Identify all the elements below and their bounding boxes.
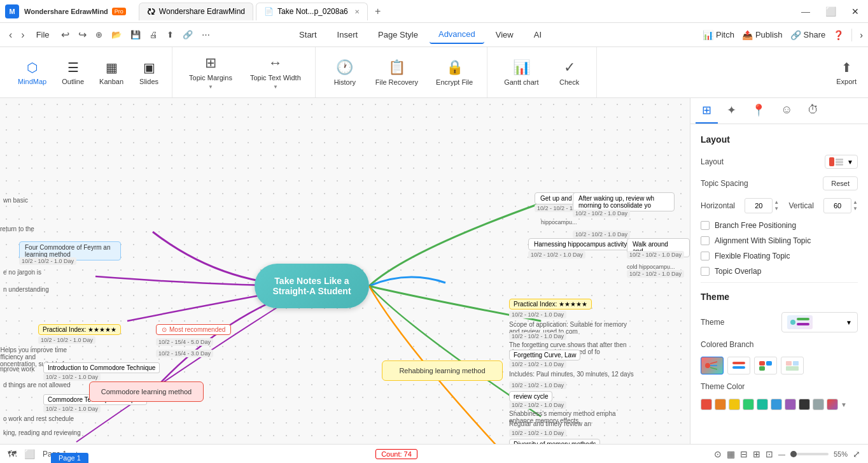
color-swatch-yellow[interactable]	[729, 399, 740, 410]
back-button[interactable]: ‹	[5, 27, 16, 43]
export-button[interactable]: ⬆ Export	[830, 47, 863, 97]
menu-tab-advanced[interactable]: Advanced	[430, 25, 484, 44]
color-more-button[interactable]: ▼	[841, 399, 847, 410]
panel-tab-pin[interactable]: 📍	[745, 98, 772, 124]
mind-map-canvas[interactable]: wn basic return to the Four Commodore of…	[0, 98, 690, 444]
kanban-tool[interactable]: ▦ Kanban	[94, 57, 129, 88]
slides-tool[interactable]: ▣ Slides	[134, 57, 164, 88]
outline-tool[interactable]: ☰ Outline	[57, 57, 89, 88]
topic-margins-tool[interactable]: ⊞ Topic Margins ▼	[183, 51, 239, 94]
branch-free-checkbox[interactable]	[701, 221, 710, 230]
topic-overlap-checkbox[interactable]	[701, 267, 710, 276]
zoom-slider[interactable]	[790, 453, 829, 455]
theme-selector[interactable]: ▼	[781, 312, 858, 332]
horizontal-down-arrow[interactable]: ▼	[774, 206, 779, 212]
color-swatch-dropdown[interactable]	[827, 399, 838, 410]
open-folder-button[interactable]: 📂	[108, 27, 125, 42]
count-badge[interactable]: Count: 74	[375, 449, 417, 459]
new-button[interactable]: ⊕	[92, 27, 106, 42]
window-maximize-icon[interactable]: ⬜	[822, 6, 840, 17]
horizontal-value-field[interactable]	[745, 198, 773, 213]
panel-tab-style[interactable]: ✦	[720, 98, 743, 124]
forward-button[interactable]: ›	[17, 27, 28, 43]
branch-opt-2[interactable]	[727, 357, 750, 374]
color-swatch-gray[interactable]	[813, 399, 824, 410]
export-action-button[interactable]: ⬆	[163, 27, 178, 42]
collapse-panel-button[interactable]: ›	[860, 30, 863, 40]
node-hippocampu: hippocampu...	[541, 219, 577, 225]
vertical-value-field[interactable]	[823, 198, 851, 213]
grid-view-icon[interactable]: ▦	[727, 449, 735, 459]
flexible-floating-checkbox[interactable]	[701, 252, 710, 260]
branch-opt-3[interactable]	[754, 357, 777, 374]
panel-tab-layout[interactable]: ⊞	[696, 98, 718, 124]
redo-button[interactable]: ↪	[74, 26, 90, 43]
menu-tab-start[interactable]: Start	[290, 26, 325, 43]
window-close-icon[interactable]: ✕	[848, 6, 863, 17]
gantt-chart-tool[interactable]: 📊 Gantt chart	[498, 55, 545, 90]
color-swatch-purple[interactable]	[785, 399, 796, 410]
node-practical-index-right[interactable]: Practical Index: ★★★★★	[509, 299, 592, 310]
mindmap-tool[interactable]: ⬡ MindMap	[13, 57, 52, 88]
menu-tab-insert[interactable]: Insert	[328, 26, 367, 43]
fullscreen-toggle-icon[interactable]: ⤢	[853, 449, 860, 459]
file-recovery-tool[interactable]: 📋 File Recovery	[369, 55, 424, 90]
pitch-button[interactable]: 📊 Pitch	[703, 30, 734, 40]
horizontal-up-arrow[interactable]: ▲	[774, 199, 779, 206]
node-forgetting-law[interactable]: Forgetting Curve, Law	[509, 350, 580, 360]
reset-button[interactable]: Reset	[823, 176, 858, 190]
check-tool[interactable]: ✓ Check	[550, 55, 589, 90]
tab-doc[interactable]: 📄 Take Not...p_0208a6 ✕	[256, 3, 368, 20]
central-node[interactable]: Take Notes Like aStraight-A Student	[255, 264, 369, 308]
node-harnessing[interactable]: Harnessing hippocampus activity	[528, 238, 633, 250]
fullscreen-icon[interactable]: ⬜	[24, 449, 35, 459]
zoom-fit-icon[interactable]: ⊙	[714, 449, 722, 459]
branch-opt-1[interactable]	[701, 357, 724, 374]
color-swatch-blue[interactable]	[771, 399, 782, 410]
vertical-up-arrow[interactable]: ▲	[853, 199, 858, 206]
color-swatch-red[interactable]	[701, 399, 712, 410]
more-action-button[interactable]: ⋯	[198, 27, 214, 42]
node-morning-consolidate[interactable]: After waking up, review wh morning to co…	[573, 192, 675, 211]
topic-text-width-tool[interactable]: ↔ Topic Text Width ▼	[244, 51, 307, 94]
panel-tab-face[interactable]: ☺	[774, 98, 799, 124]
panel-tab-clock[interactable]: ⏱	[801, 98, 825, 124]
node-diversity-memory[interactable]: Diversity of memory methods	[509, 439, 600, 444]
node-intro-commodore[interactable]: Introduction to Commodore Technique	[43, 362, 160, 373]
help-button[interactable]: ❓	[833, 30, 844, 40]
node-review-cycle[interactable]: review cycle	[509, 391, 552, 402]
publish-button[interactable]: 📤 Publish	[742, 30, 783, 40]
share-button[interactable]: 🔗 Share	[790, 30, 826, 40]
color-swatch-teal[interactable]	[757, 399, 768, 410]
fit-page-icon[interactable]: ⊡	[766, 449, 773, 459]
split-view-icon[interactable]: ⊟	[740, 449, 748, 459]
node-rehabbing[interactable]: Rehabbing learning method	[382, 360, 503, 381]
node-commodore-main[interactable]: Commodore learning method	[89, 381, 204, 402]
save-button[interactable]: 💾	[127, 27, 144, 42]
map-icon[interactable]: 🗺	[8, 449, 17, 459]
tab-close-icon[interactable]: ✕	[354, 8, 360, 15]
layout-selector[interactable]: ▼	[825, 155, 858, 169]
color-swatch-orange[interactable]	[715, 399, 726, 410]
vertical-down-arrow[interactable]: ▼	[853, 206, 858, 212]
share-action-button[interactable]: 🔗	[179, 27, 197, 42]
alignment-sibling-checkbox[interactable]	[701, 236, 710, 245]
history-tool[interactable]: 🕐 History	[326, 55, 364, 90]
undo-button[interactable]: ↩	[57, 26, 73, 43]
zoom-out-button[interactable]: —	[778, 450, 785, 458]
tab-add-button[interactable]: +	[370, 4, 386, 19]
window-minimize-icon[interactable]: —	[797, 6, 814, 17]
print-button[interactable]: 🖨	[146, 27, 162, 42]
menu-tab-view[interactable]: View	[487, 26, 522, 43]
branch-opt-4[interactable]	[781, 357, 804, 374]
node-practical-index-left[interactable]: Practical Index: ★★★★★	[38, 324, 121, 335]
tab-home[interactable]: 🗘 Wondershare EdrawMind	[139, 3, 253, 20]
menu-tab-ai[interactable]: AI	[525, 26, 550, 43]
color-swatch-green[interactable]	[743, 399, 754, 410]
active-page-tab[interactable]: Page 1	[51, 453, 88, 463]
focus-view-icon[interactable]: ⊞	[753, 449, 760, 459]
file-menu[interactable]: File	[30, 27, 56, 42]
color-swatch-dark[interactable]	[799, 399, 810, 410]
menu-tab-page-style[interactable]: Page Style	[369, 26, 427, 43]
encrypt-file-tool[interactable]: 🔒 Encrypt File	[430, 55, 479, 90]
